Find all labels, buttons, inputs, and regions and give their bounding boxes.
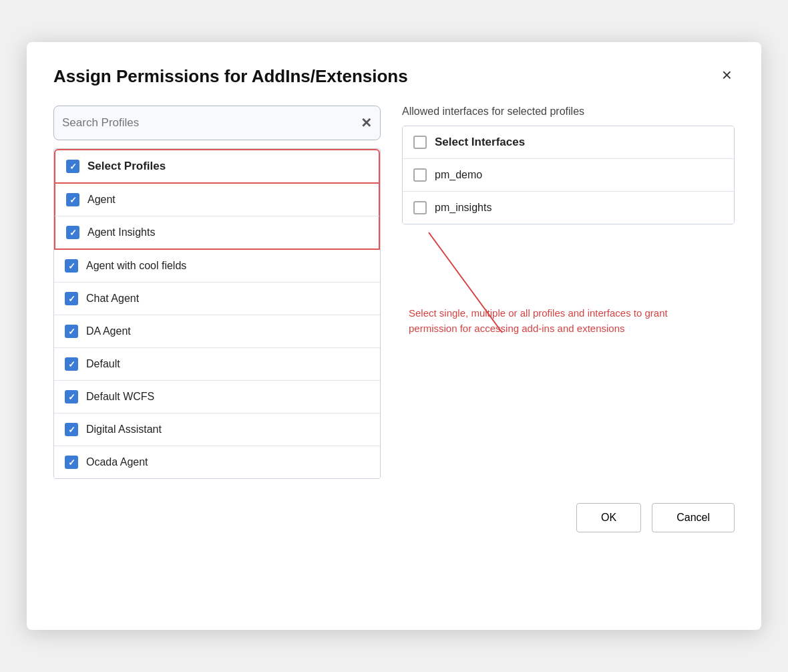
- profile-item-agent-insights[interactable]: ✓ Agent Insights: [54, 216, 380, 250]
- checkbox-ocada-agent[interactable]: ✓: [65, 456, 78, 469]
- modal-header: Assign Permissions for AddIns/Extensions…: [53, 66, 735, 87]
- modal-footer: OK Cancel: [53, 503, 735, 532]
- checkbox-agent-cool[interactable]: ✓: [65, 259, 78, 273]
- search-box: ✕: [53, 106, 381, 140]
- interface-label-pm-demo: pm_demo: [435, 169, 482, 181]
- profile-item-digital-assistant[interactable]: ✓ Digital Assistant: [54, 413, 380, 446]
- profile-item-default[interactable]: ✓ Default: [54, 348, 380, 381]
- checkbox-chat-agent[interactable]: ✓: [65, 292, 78, 305]
- checkbox-select-interfaces[interactable]: [413, 136, 427, 149]
- modal: Assign Permissions for AddIns/Extensions…: [27, 42, 761, 630]
- checkbox-default[interactable]: ✓: [65, 357, 78, 371]
- profile-label-da-agent: DA Agent: [86, 325, 131, 337]
- profile-label-default-wcfs: Default WCFS: [86, 391, 154, 403]
- profile-label-select-all: Select Profiles: [87, 160, 166, 173]
- profile-label-agent: Agent: [87, 194, 116, 206]
- interface-item-select-all[interactable]: Select Interfaces: [403, 126, 734, 159]
- right-panel: Allowed interfaces for selected profiles…: [402, 106, 735, 479]
- checkbox-digital-assistant[interactable]: ✓: [65, 423, 78, 436]
- search-input[interactable]: [62, 116, 361, 130]
- profile-item-select-all[interactable]: ✓ Select Profiles: [54, 149, 380, 184]
- checkbox-agent[interactable]: ✓: [66, 193, 79, 206]
- hint-text: Select single, multiple or all profiles …: [409, 306, 676, 336]
- left-panel: ✕ ✓ Select Profiles ✓ A: [53, 106, 381, 479]
- checkbox-da-agent[interactable]: ✓: [65, 325, 78, 338]
- checkbox-pm-insights[interactable]: [413, 201, 427, 214]
- profiles-list: ✓ Select Profiles ✓ Agent ✓: [53, 148, 381, 479]
- ok-button[interactable]: OK: [576, 503, 641, 532]
- allowed-label: Allowed interfaces for selected profiles: [402, 106, 735, 118]
- profile-item-ocada-agent[interactable]: ✓ Ocada Agent: [54, 446, 380, 478]
- profile-label-agent-insights: Agent Insights: [87, 226, 155, 238]
- interface-item-pm-insights[interactable]: pm_insights: [403, 192, 734, 224]
- clear-search-button[interactable]: ✕: [361, 115, 372, 131]
- interface-item-pm-demo[interactable]: pm_demo: [403, 159, 734, 192]
- checkbox-default-wcfs[interactable]: ✓: [65, 390, 78, 403]
- interfaces-list: Select Interfaces pm_demo pm: [402, 126, 735, 224]
- profile-item-chat-agent[interactable]: ✓ Chat Agent: [54, 283, 380, 315]
- profile-item-agent[interactable]: ✓ Agent: [54, 184, 380, 216]
- profile-label-agent-cool: Agent with cool fields: [86, 260, 186, 272]
- checkbox-agent-insights[interactable]: ✓: [66, 226, 79, 239]
- profile-item-da-agent[interactable]: ✓ DA Agent: [54, 315, 380, 348]
- close-button[interactable]: ×: [719, 66, 735, 83]
- profile-label-digital-assistant: Digital Assistant: [86, 424, 162, 436]
- profile-label-ocada-agent: Ocada Agent: [86, 456, 148, 468]
- checkbox-pm-demo[interactable]: [413, 168, 427, 182]
- interface-label-select-all: Select Interfaces: [435, 136, 525, 149]
- profile-label-default: Default: [86, 358, 120, 370]
- profile-item-agent-cool[interactable]: ✓ Agent with cool fields: [54, 250, 380, 283]
- interface-label-pm-insights: pm_insights: [435, 202, 491, 214]
- checkbox-select-all[interactable]: ✓: [66, 160, 79, 173]
- modal-title: Assign Permissions for AddIns/Extensions: [53, 66, 408, 87]
- profile-item-default-wcfs[interactable]: ✓ Default WCFS: [54, 381, 380, 413]
- cancel-button[interactable]: Cancel: [652, 503, 735, 532]
- modal-body: ✕ ✓ Select Profiles ✓ A: [53, 106, 735, 479]
- profile-label-chat-agent: Chat Agent: [86, 293, 139, 305]
- modal-overlay: Assign Permissions for AddIns/Extensions…: [0, 0, 788, 672]
